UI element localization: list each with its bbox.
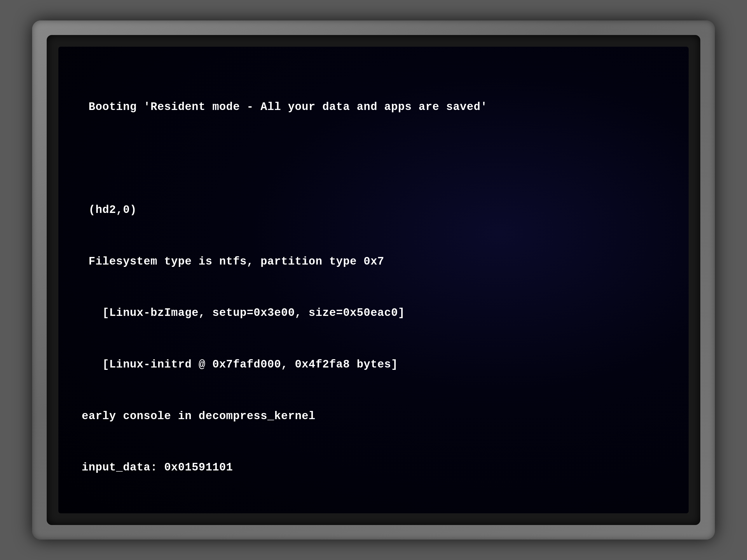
- empty-line-1: [82, 150, 665, 167]
- boot-line-7: early console in decompress_kernel: [82, 408, 665, 425]
- boot-line-8: input_data: 0x01591101: [82, 459, 665, 476]
- monitor: Booting 'Resident mode - All your data a…: [32, 20, 715, 540]
- screen: Booting 'Resident mode - All your data a…: [58, 47, 689, 513]
- boot-line-1: Booting 'Resident mode - All your data a…: [82, 99, 665, 116]
- boot-line-3: (hd2,0): [82, 202, 665, 219]
- boot-line-6: [Linux-initrd @ 0x7fafd000, 0x4f2fa8 byt…: [82, 356, 665, 373]
- boot-line-4: Filesystem type is ntfs, partition type …: [82, 253, 665, 270]
- boot-line-5: [Linux-bzImage, setup=0x3e00, size=0x50e…: [82, 304, 665, 322]
- screen-bezel: Booting 'Resident mode - All your data a…: [47, 35, 700, 525]
- terminal-output: Booting 'Resident mode - All your data a…: [82, 64, 665, 513]
- boot-line-9: input_len: 0x00504707: [82, 511, 665, 513]
